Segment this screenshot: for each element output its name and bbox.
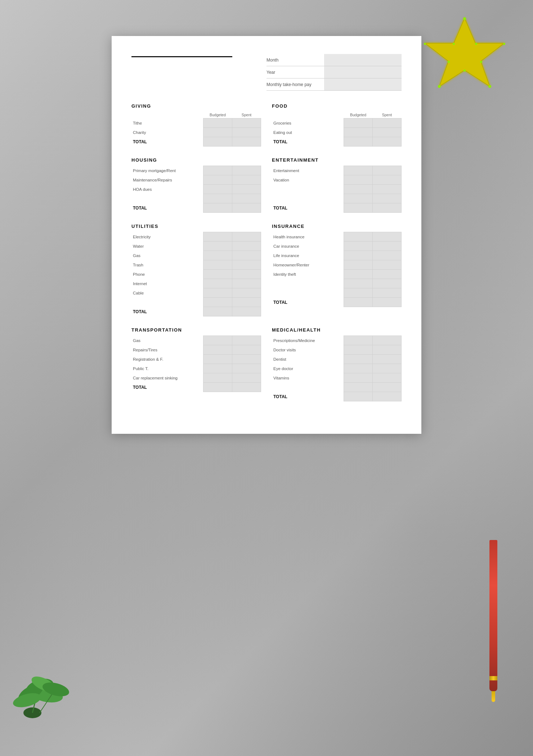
empty-budgeted[interactable] [344, 279, 373, 288]
total-spent[interactable] [373, 392, 402, 401]
row-budgeted[interactable] [203, 118, 232, 128]
total-spent[interactable] [373, 298, 402, 307]
header-field-input[interactable] [324, 78, 402, 90]
empty-spent[interactable] [232, 194, 261, 203]
empty-budgeted[interactable] [344, 185, 373, 194]
row-spent[interactable] [232, 118, 261, 128]
row-spent[interactable] [373, 260, 402, 270]
row-budgeted[interactable] [203, 345, 232, 355]
row-spent[interactable] [373, 166, 402, 175]
row-budgeted[interactable] [344, 345, 373, 355]
row-budgeted[interactable] [344, 251, 373, 260]
row-budgeted[interactable] [344, 232, 373, 242]
total-budgeted[interactable] [203, 203, 232, 213]
row-budgeted[interactable] [203, 251, 232, 260]
row-spent[interactable] [232, 279, 261, 288]
empty-spent[interactable] [373, 279, 402, 288]
row-budgeted[interactable] [344, 336, 373, 345]
row-spent[interactable] [373, 251, 402, 260]
row-spent[interactable] [232, 128, 261, 137]
row-spent[interactable] [373, 270, 402, 279]
total-spent[interactable] [232, 137, 261, 147]
row-spent[interactable] [232, 373, 261, 383]
row-spent[interactable] [232, 260, 261, 270]
row-budgeted[interactable] [203, 185, 232, 194]
row-spent[interactable] [232, 336, 261, 345]
row-budgeted[interactable] [203, 260, 232, 270]
empty-spent[interactable] [373, 185, 402, 194]
total-budgeted[interactable] [203, 383, 232, 392]
row-spent[interactable] [232, 242, 261, 251]
empty-spent[interactable] [232, 298, 261, 307]
row-spent[interactable] [232, 185, 261, 194]
row-budgeted[interactable] [203, 128, 232, 137]
row-spent[interactable] [373, 242, 402, 251]
empty-budgeted[interactable] [344, 288, 373, 298]
empty-spent[interactable] [373, 194, 402, 203]
row-label: Life insurance [272, 251, 344, 260]
row-budgeted[interactable] [344, 128, 373, 137]
total-budgeted[interactable] [344, 203, 373, 213]
row-budgeted[interactable] [344, 242, 373, 251]
empty-spent[interactable] [373, 288, 402, 298]
empty-spent[interactable] [373, 383, 402, 392]
row-spent[interactable] [232, 270, 261, 279]
table-row: Public T. [131, 364, 261, 373]
row-budgeted[interactable] [203, 364, 232, 373]
svg-point-3 [503, 43, 505, 45]
row-spent[interactable] [232, 288, 261, 298]
row-spent[interactable] [232, 232, 261, 242]
row-spent[interactable] [373, 373, 402, 383]
table-row: Cable [131, 288, 261, 298]
row-spent[interactable] [232, 251, 261, 260]
row-spent[interactable] [373, 355, 402, 364]
row-budgeted[interactable] [203, 336, 232, 345]
row-spent[interactable] [232, 364, 261, 373]
row-budgeted[interactable] [203, 166, 232, 175]
row-budgeted[interactable] [203, 270, 232, 279]
total-budgeted[interactable] [203, 307, 232, 316]
row-spent[interactable] [373, 118, 402, 128]
total-spent[interactable] [232, 203, 261, 213]
total-budgeted[interactable] [344, 298, 373, 307]
total-spent[interactable] [232, 383, 261, 392]
row-budgeted[interactable] [344, 364, 373, 373]
row-budgeted[interactable] [203, 175, 232, 185]
table-row: Life insurance [272, 251, 402, 260]
row-budgeted[interactable] [344, 166, 373, 175]
row-spent[interactable] [373, 364, 402, 373]
empty-budgeted[interactable] [203, 194, 232, 203]
row-spent[interactable] [373, 175, 402, 185]
header-field-input[interactable] [324, 54, 402, 66]
row-spent[interactable] [373, 345, 402, 355]
row-budgeted[interactable] [344, 373, 373, 383]
row-budgeted[interactable] [203, 288, 232, 298]
row-budgeted[interactable] [344, 175, 373, 185]
total-spent[interactable] [373, 137, 402, 147]
total-budgeted[interactable] [203, 137, 232, 147]
row-spent[interactable] [373, 232, 402, 242]
row-spent[interactable] [232, 355, 261, 364]
empty-budgeted[interactable] [344, 194, 373, 203]
empty-budgeted[interactable] [203, 298, 232, 307]
row-spent[interactable] [373, 128, 402, 137]
total-budgeted[interactable] [344, 137, 373, 147]
total-spent[interactable] [232, 307, 261, 316]
empty-budgeted[interactable] [344, 383, 373, 392]
row-budgeted[interactable] [344, 355, 373, 364]
row-budgeted[interactable] [203, 355, 232, 364]
row-budgeted[interactable] [203, 373, 232, 383]
total-budgeted[interactable] [344, 392, 373, 401]
total-spent[interactable] [373, 203, 402, 213]
header-field-input[interactable] [324, 66, 402, 78]
row-spent[interactable] [232, 345, 261, 355]
row-budgeted[interactable] [203, 232, 232, 242]
row-spent[interactable] [232, 175, 261, 185]
row-budgeted[interactable] [203, 242, 232, 251]
row-budgeted[interactable] [344, 118, 373, 128]
row-budgeted[interactable] [344, 270, 373, 279]
row-budgeted[interactable] [344, 260, 373, 270]
row-spent[interactable] [373, 336, 402, 345]
row-budgeted[interactable] [203, 279, 232, 288]
row-spent[interactable] [232, 166, 261, 175]
